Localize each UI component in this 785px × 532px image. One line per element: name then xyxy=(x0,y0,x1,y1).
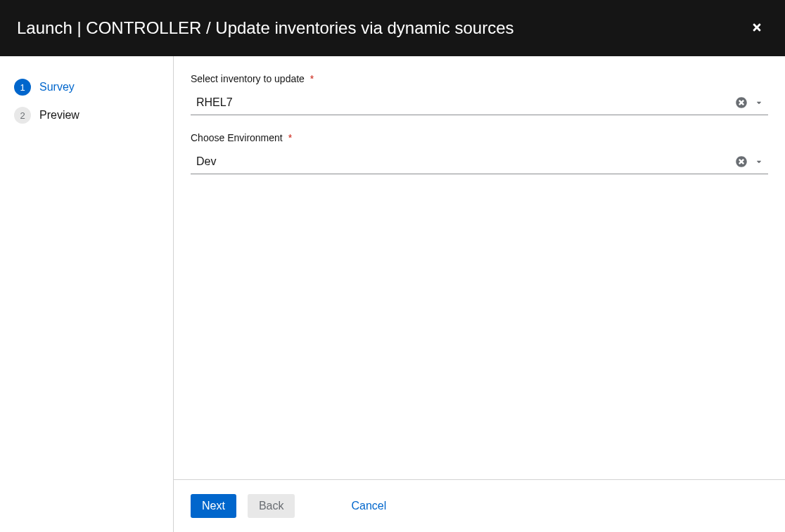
dialog-header: Launch | CONTROLLER / Update inventories… xyxy=(0,0,785,56)
label-text: Choose Environment xyxy=(191,132,283,143)
form-group-environment: Choose Environment * Dev xyxy=(191,132,768,174)
select-value-inventory: RHEL7 xyxy=(196,96,736,109)
form-group-inventory: Select inventory to update * RHEL7 xyxy=(191,73,768,115)
select-value-environment: Dev xyxy=(196,155,736,168)
form-area: Select inventory to update * RHEL7 xyxy=(174,56,785,479)
wizard-sidebar: 1 Survey 2 Preview xyxy=(0,56,174,532)
wizard-step-label: Preview xyxy=(39,109,79,122)
select-environment[interactable]: Dev xyxy=(191,149,768,174)
wizard-step-survey[interactable]: 1 Survey xyxy=(14,73,159,101)
caret-down-icon[interactable] xyxy=(755,99,762,106)
wizard-step-preview[interactable]: 2 Preview xyxy=(14,101,159,129)
back-button[interactable]: Back xyxy=(248,494,295,518)
cancel-button[interactable]: Cancel xyxy=(340,494,397,518)
select-icons xyxy=(736,156,762,167)
caret-down-icon[interactable] xyxy=(755,158,762,165)
clear-icon[interactable] xyxy=(736,156,747,167)
label-text: Select inventory to update xyxy=(191,73,305,84)
wizard-step-number: 1 xyxy=(14,79,31,96)
field-label-inventory: Select inventory to update * xyxy=(191,73,768,84)
next-button[interactable]: Next xyxy=(191,494,236,518)
select-icons xyxy=(736,97,762,108)
clear-icon[interactable] xyxy=(736,97,747,108)
wizard-step-number: 2 xyxy=(14,107,31,124)
close-button[interactable] xyxy=(746,17,768,39)
wizard-step-label: Survey xyxy=(39,81,75,93)
main-panel: Select inventory to update * RHEL7 xyxy=(174,56,785,532)
dialog-footer: Next Back Cancel xyxy=(174,479,785,532)
required-indicator: * xyxy=(310,73,314,84)
dialog-content: 1 Survey 2 Preview Select inventory to u… xyxy=(0,56,785,532)
required-indicator: * xyxy=(288,132,292,143)
close-icon xyxy=(751,19,762,37)
field-label-environment: Choose Environment * xyxy=(191,132,768,143)
select-inventory[interactable]: RHEL7 xyxy=(191,90,768,115)
dialog-title: Launch | CONTROLLER / Update inventories… xyxy=(17,18,514,38)
